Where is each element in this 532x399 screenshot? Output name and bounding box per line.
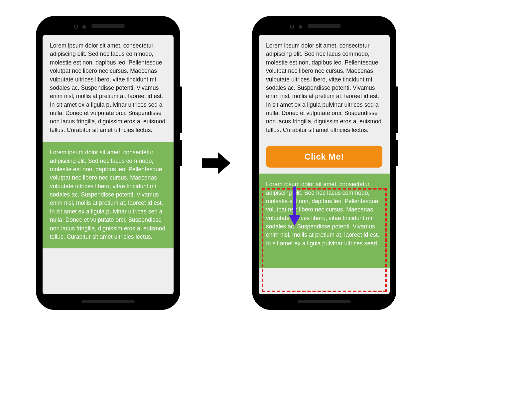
sensor-icon (82, 25, 86, 29)
transition-arrow-icon (198, 145, 234, 181)
inserted-content: Click Me! (259, 142, 390, 174)
earpiece-icon (308, 24, 341, 28)
phone-after: Lorem ipsum dolor sit amet, consectetur … (253, 17, 396, 309)
home-indicator-icon (298, 300, 351, 303)
screen-after: Lorem ipsum dolor sit amet, consectetur … (259, 35, 390, 294)
home-indicator-icon (81, 300, 135, 303)
paragraph-top: Lorem ipsum dolor sit amet, consectetur … (43, 35, 174, 142)
paragraph-green: Lorem ipsum dolor sit amet, consectetur … (43, 142, 174, 248)
screen-before: Lorem ipsum dolor sit amet, consectetur … (43, 35, 174, 294)
sensor-icon (299, 25, 302, 29)
earpiece-icon (91, 24, 125, 28)
camera-icon (290, 25, 294, 29)
layout-shift-diagram: Lorem ipsum dolor sit amet, consectetur … (37, 10, 396, 316)
click-me-button[interactable]: Click Me! (266, 146, 382, 168)
paragraph-green-shifted: Lorem ipsum dolor sit amet, consectetur … (259, 174, 390, 268)
camera-icon (74, 25, 78, 29)
paragraph-top: Lorem ipsum dolor sit amet, consectetur … (259, 35, 390, 142)
phone-before: Lorem ipsum dolor sit amet, consectetur … (37, 17, 180, 309)
